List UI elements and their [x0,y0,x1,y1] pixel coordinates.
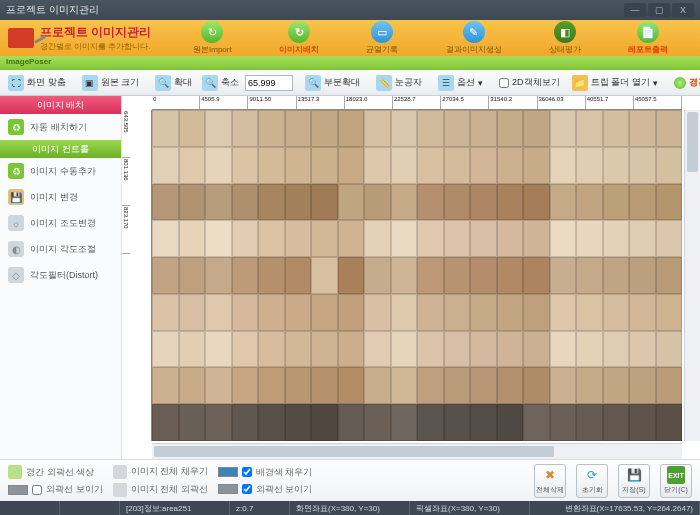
image-cell[interactable] [576,367,603,404]
swatch-grey2[interactable] [218,484,238,494]
image-cell[interactable] [497,294,524,331]
image-cell[interactable] [629,147,656,184]
image-cell[interactable] [444,257,471,294]
image-cell[interactable] [391,404,418,441]
image-cell[interactable] [338,147,365,184]
image-cell[interactable] [311,220,338,257]
image-cell[interactable] [364,294,391,331]
image-cell[interactable] [364,257,391,294]
image-cell[interactable] [629,294,656,331]
image-cell[interactable] [497,367,524,404]
image-cell[interactable] [417,367,444,404]
image-cell[interactable] [497,110,524,147]
image-cell[interactable] [364,220,391,257]
image-cell[interactable] [179,367,206,404]
show-2d-checkbox[interactable]: 2D객체보기 [495,74,564,91]
image-cell[interactable] [603,367,630,404]
image-cell[interactable] [550,367,577,404]
image-cell[interactable] [258,257,285,294]
options-button[interactable]: ☰옵션▾ [434,73,487,93]
image-cell[interactable] [338,110,365,147]
image-cell[interactable] [576,110,603,147]
image-cell[interactable] [152,110,179,147]
image-cell[interactable] [364,367,391,404]
image-cell[interactable] [311,367,338,404]
image-cell[interactable] [523,110,550,147]
image-cell[interactable] [311,331,338,368]
image-cell[interactable] [205,367,232,404]
image-cell[interactable] [364,110,391,147]
image-cell[interactable] [629,331,656,368]
image-cell[interactable] [417,147,444,184]
image-cell[interactable] [364,331,391,368]
image-cell[interactable] [444,367,471,404]
image-cell[interactable] [205,404,232,441]
image-cell[interactable] [497,147,524,184]
minimize-button[interactable]: — [624,3,646,17]
image-cell[interactable] [179,294,206,331]
image-cell[interactable] [338,257,365,294]
image-cell[interactable] [391,367,418,404]
image-cell[interactable] [152,257,179,294]
image-cell[interactable] [417,257,444,294]
image-cell[interactable] [656,184,683,221]
sidebar-item-angle[interactable]: ◐이미지 각도조절 [0,236,121,262]
image-cell[interactable] [258,367,285,404]
image-cell[interactable] [603,257,630,294]
image-cell[interactable] [550,147,577,184]
image-cell[interactable] [179,110,206,147]
image-cell[interactable] [656,294,683,331]
image-cell[interactable] [364,404,391,441]
image-cell[interactable] [391,147,418,184]
fit-screen-button[interactable]: ⛶화면 맞춤 [4,73,70,93]
image-cell[interactable] [232,367,259,404]
image-cell[interactable] [444,147,471,184]
swatch-grey[interactable] [8,485,28,495]
image-cell[interactable] [576,331,603,368]
image-cell[interactable] [417,110,444,147]
image-cell[interactable] [258,294,285,331]
image-cell[interactable] [497,404,524,441]
image-cell[interactable] [364,147,391,184]
bg-fill-checkbox[interactable] [242,467,252,477]
image-cell[interactable] [603,147,630,184]
image-cell[interactable] [417,294,444,331]
image-cell[interactable] [497,331,524,368]
image-cell[interactable] [470,331,497,368]
save-button[interactable]: 💾저장(S) [618,464,650,498]
image-cell[interactable] [179,331,206,368]
image-cell[interactable] [338,331,365,368]
zoom-in-button[interactable]: 🔍확대 [151,73,196,93]
step-image-layout[interactable]: ↻이미지배치 [279,21,319,55]
image-cell[interactable] [152,367,179,404]
image-cell[interactable] [391,184,418,221]
image-cell[interactable] [470,147,497,184]
step-evaluation[interactable]: ◧상태평가 [549,21,581,55]
image-cell[interactable] [629,404,656,441]
image-cell[interactable] [497,257,524,294]
image-cell[interactable] [656,367,683,404]
image-cell[interactable] [523,147,550,184]
image-cell[interactable] [576,294,603,331]
sidebar-item-auto-layout[interactable]: ♻자동 배치하기 [0,114,121,140]
image-cell[interactable] [338,294,365,331]
image-cell[interactable] [205,257,232,294]
vertical-scrollbar[interactable] [684,110,700,441]
image-cell[interactable] [232,257,259,294]
image-cell[interactable] [470,367,497,404]
image-cell[interactable] [311,147,338,184]
image-cell[interactable] [444,294,471,331]
image-cell[interactable] [311,110,338,147]
image-cell[interactable] [391,110,418,147]
image-cell[interactable] [364,184,391,221]
image-cell[interactable] [338,404,365,441]
image-cell[interactable] [417,331,444,368]
show-outline2-checkbox[interactable] [242,484,252,494]
image-grid[interactable] [152,110,682,441]
image-cell[interactable] [179,220,206,257]
image-cell[interactable] [232,110,259,147]
image-cell[interactable] [311,257,338,294]
step-report[interactable]: 📄레포트출력 [628,21,668,55]
maximize-button[interactable]: ▢ [648,3,670,17]
image-cell[interactable] [656,110,683,147]
